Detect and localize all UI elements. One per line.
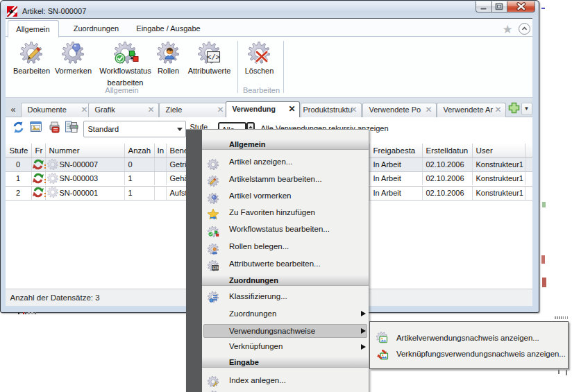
svg-text:123: 123 bbox=[212, 266, 218, 270]
svg-text:</>: </> bbox=[207, 54, 219, 62]
